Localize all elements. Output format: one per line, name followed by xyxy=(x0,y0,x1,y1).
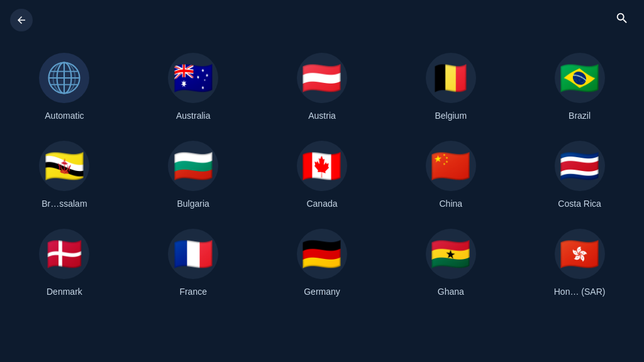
flag-france: 🇫🇷 xyxy=(168,229,218,279)
country-name-china: China xyxy=(439,199,462,209)
country-item-brazil[interactable]: 🇧🇷 Brazil xyxy=(515,41,644,129)
country-name-denmark: Denmark xyxy=(47,287,82,297)
flag-germany: 🇩🇪 xyxy=(297,229,347,279)
country-name-ghana: Ghana xyxy=(438,287,464,297)
flag-belgium: 🇧🇪 xyxy=(426,53,476,103)
country-item-canada[interactable]: 🇨🇦 Canada xyxy=(258,129,387,217)
flag-brazil: 🇧🇷 xyxy=(555,53,605,103)
country-item-ghana[interactable]: 🇬🇭 Ghana xyxy=(386,217,515,305)
flag-hongkong: 🇭🇰 xyxy=(555,229,605,279)
country-item-automatic[interactable]: Automatic xyxy=(0,41,129,129)
header-left xyxy=(10,9,43,31)
country-item-hongkong[interactable]: 🇭🇰 Hon… (SAR) xyxy=(515,217,644,305)
country-item-france[interactable]: 🇫🇷 France xyxy=(129,217,258,305)
country-item-belgium[interactable]: 🇧🇪 Belgium xyxy=(386,41,515,129)
country-name-bulgaria: Bulgaria xyxy=(177,199,209,209)
header xyxy=(0,0,644,35)
country-name-australia: Australia xyxy=(176,111,210,121)
flag-ghana: 🇬🇭 xyxy=(426,229,476,279)
country-item-denmark[interactable]: 🇩🇰 Denmark xyxy=(0,217,129,305)
country-name-austria: Austria xyxy=(308,111,336,121)
country-item-china[interactable]: 🇨🇳 China xyxy=(386,129,515,217)
flag-costarica: 🇨🇷 xyxy=(555,141,605,191)
country-name-germany: Germany xyxy=(304,287,340,297)
globe-icon xyxy=(39,53,89,103)
country-name-brazil: Brazil xyxy=(569,111,591,121)
country-name-costarica: Costa Rica xyxy=(558,199,601,209)
country-name-france: France xyxy=(179,287,207,297)
country-item-germany[interactable]: 🇩🇪 Germany xyxy=(258,217,387,305)
country-item-costarica[interactable]: 🇨🇷 Costa Rica xyxy=(515,129,644,217)
flag-denmark: 🇩🇰 xyxy=(39,229,89,279)
country-name-hongkong: Hon… (SAR) xyxy=(554,287,606,297)
flag-australia: 🇦🇺 xyxy=(168,53,218,103)
country-item-austria[interactable]: 🇦🇹 Austria xyxy=(258,41,387,129)
country-name-automatic: Automatic xyxy=(45,111,84,121)
country-name-brunei: Br…ssalam xyxy=(42,199,87,209)
flag-austria: 🇦🇹 xyxy=(297,53,347,103)
search-button[interactable] xyxy=(615,11,629,29)
country-name-canada: Canada xyxy=(306,199,337,209)
country-name-belgium: Belgium xyxy=(435,111,467,121)
flag-bulgaria: 🇧🇬 xyxy=(168,141,218,191)
flag-china: 🇨🇳 xyxy=(426,141,476,191)
country-item-brunei[interactable]: 🇧🇳 Br…ssalam xyxy=(0,129,129,217)
back-button[interactable] xyxy=(10,9,33,31)
app-container: Automatic 🇦🇺 Australia 🇦🇹 Austria 🇧🇪 Bel… xyxy=(0,0,644,312)
country-item-australia[interactable]: 🇦🇺 Australia xyxy=(129,41,258,129)
flag-brunei: 🇧🇳 xyxy=(39,141,89,191)
flag-canada: 🇨🇦 xyxy=(297,141,347,191)
country-grid: Automatic 🇦🇺 Australia 🇦🇹 Austria 🇧🇪 Bel… xyxy=(0,35,644,312)
country-item-bulgaria[interactable]: 🇧🇬 Bulgaria xyxy=(129,129,258,217)
